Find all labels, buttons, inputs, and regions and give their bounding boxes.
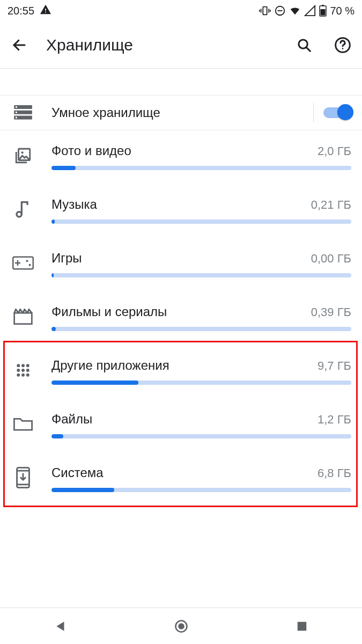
svg-point-36	[17, 374, 20, 377]
storage-categories: Фото и видео2,0 ГБМузыка0,21 ГБИгры0,00 …	[0, 130, 362, 506]
storage-icon	[11, 105, 35, 120]
svg-point-35	[26, 369, 29, 372]
status-bar: 20:55 70 %	[0, 0, 362, 21]
svg-point-30	[17, 364, 20, 367]
storage-item-size: 1,2 ГБ	[317, 413, 351, 427]
svg-point-27	[26, 260, 28, 262]
storage-item-size: 0,39 ГБ	[311, 305, 351, 319]
page-title: Хранилище	[46, 36, 277, 54]
svg-point-31	[21, 364, 25, 367]
storage-item-bar	[51, 166, 351, 170]
status-time: 20:55	[8, 5, 34, 17]
storage-item-bar	[51, 273, 351, 277]
storage-item-bar	[51, 380, 351, 385]
svg-rect-0	[263, 7, 267, 15]
svg-rect-20	[16, 117, 17, 119]
storage-item-label: Фото и видео	[51, 143, 131, 158]
svg-rect-9	[321, 9, 326, 16]
svg-point-22	[21, 151, 23, 153]
wifi-icon	[289, 5, 301, 17]
svg-point-33	[17, 369, 20, 372]
battery-icon	[319, 5, 327, 17]
search-button[interactable]	[292, 33, 316, 57]
storage-item-label: Музыка	[51, 197, 97, 212]
svg-rect-18	[16, 106, 17, 108]
svg-point-37	[21, 374, 25, 377]
storage-item-size: 0,21 ГБ	[311, 198, 351, 212]
svg-point-43	[178, 623, 184, 630]
app-bar: Хранилище	[0, 21, 362, 69]
vibrate-icon	[259, 5, 271, 17]
back-button[interactable]	[8, 33, 31, 57]
photos-icon	[11, 143, 35, 168]
storage-item-size: 0,00 ГБ	[311, 252, 351, 266]
svg-point-32	[26, 364, 29, 367]
signal-icon	[304, 5, 316, 17]
storage-item-label: Другие приложения	[51, 358, 169, 373]
svg-rect-19	[16, 112, 17, 113]
storage-item-size: 9,7 ГБ	[317, 359, 351, 373]
storage-item-movies[interactable]: Фильмы и сериалы0,39 ГБ	[0, 291, 362, 345]
storage-item-label: Фильмы и сериалы	[51, 304, 167, 319]
games-icon	[11, 251, 35, 275]
storage-item-bar	[51, 219, 351, 224]
music-icon	[11, 197, 35, 222]
svg-rect-44	[297, 621, 306, 631]
storage-item-label: Файлы	[51, 412, 92, 427]
svg-point-28	[29, 264, 31, 266]
files-icon	[11, 412, 35, 436]
storage-item-bar	[51, 488, 351, 492]
storage-item-label: Игры	[51, 251, 82, 266]
nav-bar	[0, 608, 362, 644]
svg-point-23	[17, 212, 21, 217]
system-icon	[11, 465, 35, 490]
smart-storage-row[interactable]: Умное хранилище	[0, 96, 362, 130]
help-button[interactable]	[331, 33, 354, 57]
svg-point-34	[21, 369, 25, 372]
storage-item-system[interactable]: Система6,8 ГБ	[0, 452, 362, 506]
divider	[313, 103, 314, 122]
svg-point-38	[26, 374, 29, 377]
battery-pct: 70 %	[330, 5, 354, 17]
spacer	[0, 69, 362, 96]
storage-item-bar	[51, 434, 351, 438]
storage-item-music[interactable]: Музыка0,21 ГБ	[0, 184, 362, 238]
movies-icon	[11, 304, 35, 329]
storage-item-photos[interactable]: Фото и видео2,0 ГБ	[0, 130, 362, 184]
svg-line-12	[306, 47, 310, 51]
svg-point-14	[342, 48, 344, 49]
storage-item-size: 2,0 ГБ	[317, 144, 351, 158]
nav-recent-button[interactable]	[280, 614, 323, 638]
apps-icon	[11, 358, 35, 383]
dnd-icon	[274, 5, 286, 17]
svg-rect-8	[322, 5, 324, 6]
storage-item-games[interactable]: Игры0,00 ГБ	[0, 238, 362, 291]
storage-item-files[interactable]: Файлы1,2 ГБ	[0, 399, 362, 452]
warning-icon	[40, 4, 51, 18]
storage-item-bar	[51, 327, 351, 331]
nav-back-button[interactable]	[39, 614, 82, 638]
nav-home-button[interactable]	[160, 614, 203, 638]
smart-storage-toggle[interactable]	[323, 105, 351, 120]
storage-item-size: 6,8 ГБ	[317, 466, 351, 480]
smart-storage-label: Умное хранилище	[51, 105, 297, 120]
storage-item-apps[interactable]: Другие приложения9,7 ГБ	[0, 345, 362, 399]
storage-item-label: Система	[51, 465, 104, 480]
svg-rect-29	[14, 313, 32, 324]
